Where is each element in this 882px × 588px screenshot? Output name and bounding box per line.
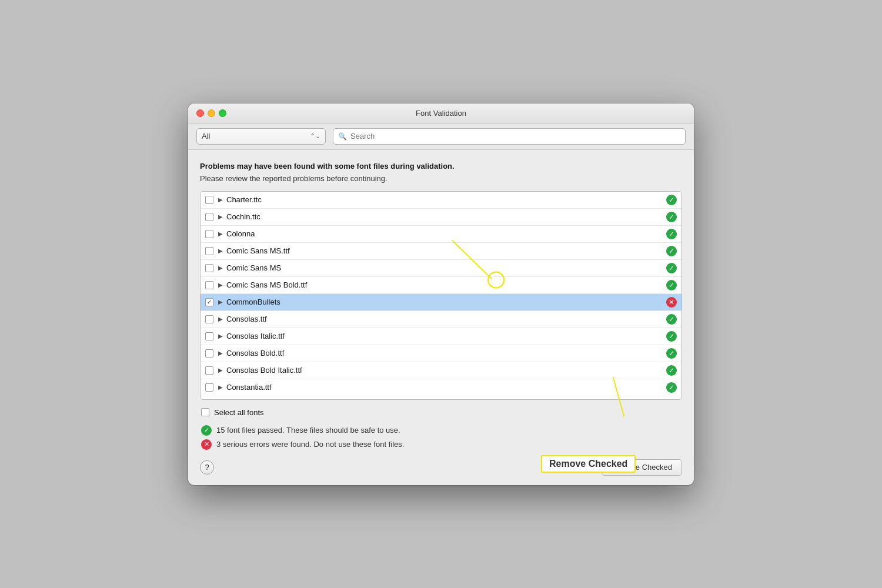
status-ok-icon: ✓ xyxy=(666,263,677,273)
status-ok-icon: ✓ xyxy=(666,382,677,393)
expand-arrow-icon: ▶ xyxy=(218,367,223,373)
status-ok-icon: ✓ xyxy=(666,365,677,376)
expand-arrow-icon: ▶ xyxy=(218,248,223,254)
font-list: ▶Charter.ttc✓▶Cochin.ttc✓▶Colonna✓▶Comic… xyxy=(200,191,682,400)
font-name-label: Comic Sans MS Bold.ttf xyxy=(226,280,666,289)
select-all-row: Select all fonts xyxy=(200,408,682,417)
font-list-row[interactable]: ▶Cochin.ttc✓ xyxy=(201,209,681,226)
font-name-label: Consolas Bold Italic.ttf xyxy=(226,366,666,375)
search-box: 🔍 xyxy=(333,128,686,145)
expand-arrow-icon: ▶ xyxy=(218,350,223,356)
font-name-label: Cochin.ttc xyxy=(226,212,666,221)
font-list-row[interactable]: ▶Constantia Italic.ttf✓ xyxy=(201,396,681,400)
annotation-remove-label: Remove Checked xyxy=(541,455,636,473)
status-ok-icon: ✓ xyxy=(666,246,677,256)
font-list-row[interactable]: ▶Constantia.ttf✓ xyxy=(201,379,681,396)
expand-arrow-icon: ▶ xyxy=(218,265,223,271)
traffic-lights xyxy=(196,109,226,117)
status-ok-icon: ✓ xyxy=(666,314,677,325)
font-name-label: CommonBullets xyxy=(226,298,666,306)
font-name-label: Consolas Italic.ttf xyxy=(226,332,666,340)
font-list-row[interactable]: ▶CommonBullets✕ xyxy=(201,294,681,311)
expand-arrow-icon: ▶ xyxy=(218,196,223,203)
status-ok-icon: ✓ xyxy=(666,399,677,400)
select-all-label: Select all fonts xyxy=(214,408,264,417)
font-name-label: Charter.ttc xyxy=(226,195,666,204)
select-all-checkbox[interactable] xyxy=(201,408,209,416)
expand-arrow-icon: ▶ xyxy=(218,384,223,390)
expand-arrow-icon: ▶ xyxy=(218,299,223,305)
font-checkbox[interactable] xyxy=(205,213,213,221)
summary-text: 3 serious errors were found. Do not use … xyxy=(216,440,404,449)
window-title: Font Validation xyxy=(416,109,466,118)
font-checkbox[interactable] xyxy=(205,281,213,289)
font-list-row[interactable]: ▶Comic Sans MS✓ xyxy=(201,260,681,277)
font-name-label: Constantia.ttf xyxy=(226,383,666,392)
font-name-label: Comic Sans MS.ttf xyxy=(226,246,666,255)
font-list-row[interactable]: ▶Consolas Bold Italic.ttf✓ xyxy=(201,362,681,379)
status-ok-icon: ✓ xyxy=(666,331,677,342)
font-checkbox[interactable] xyxy=(205,332,213,340)
status-ok-icon: ✓ xyxy=(666,348,677,359)
summary-rows: ✓15 font files passed. These files shoul… xyxy=(200,425,682,450)
expand-arrow-icon: ▶ xyxy=(218,333,223,339)
font-checkbox[interactable] xyxy=(205,196,213,204)
font-name-label: Comic Sans MS xyxy=(226,263,666,272)
font-list-row[interactable]: ▶Comic Sans MS Bold.ttf✓ xyxy=(201,277,681,294)
filter-value: All xyxy=(202,132,210,141)
help-button[interactable]: ? xyxy=(200,460,214,475)
font-checkbox[interactable] xyxy=(205,315,213,323)
font-checkbox[interactable] xyxy=(205,247,213,255)
expand-arrow-icon: ▶ xyxy=(218,213,223,220)
font-name-label: Consolas.ttf xyxy=(226,315,666,323)
warning-subtitle: Please review the reported problems befo… xyxy=(200,174,682,183)
summary-row: ✕3 serious errors were found. Do not use… xyxy=(200,439,682,450)
font-checkbox[interactable] xyxy=(205,366,213,375)
status-ok-icon: ✓ xyxy=(666,229,677,239)
expand-arrow-icon: ▶ xyxy=(218,230,223,237)
maximize-button[interactable] xyxy=(219,109,226,117)
font-list-row[interactable]: ▶Consolas Italic.ttf✓ xyxy=(201,328,681,345)
font-checkbox[interactable] xyxy=(205,349,213,358)
summary-error-icon: ✕ xyxy=(201,439,212,450)
font-name-label: Consolas Bold.ttf xyxy=(226,349,666,358)
font-list-row[interactable]: ▶Charter.ttc✓ xyxy=(201,192,681,209)
status-ok-icon: ✓ xyxy=(666,212,677,222)
summary-row: ✓15 font files passed. These files shoul… xyxy=(200,425,682,436)
font-list-row[interactable]: ▶Consolas.ttf✓ xyxy=(201,311,681,328)
search-input[interactable] xyxy=(350,132,680,141)
font-list-row[interactable]: ▶Consolas Bold.ttf✓ xyxy=(201,345,681,362)
filter-dropdown[interactable]: All ⌃⌄ xyxy=(196,128,326,145)
warning-title: Problems may have been found with some f… xyxy=(200,162,682,171)
summary-text: 15 font files passed. These files should… xyxy=(216,426,400,435)
status-ok-icon: ✓ xyxy=(666,280,677,290)
font-checkbox[interactable] xyxy=(205,230,213,238)
expand-arrow-icon: ▶ xyxy=(218,316,223,322)
toolbar: All ⌃⌄ 🔍 xyxy=(188,123,694,150)
expand-arrow-icon: ▶ xyxy=(218,282,223,288)
minimize-button[interactable] xyxy=(208,109,215,117)
status-ok-icon: ✓ xyxy=(666,195,677,205)
status-error-icon: ✕ xyxy=(666,297,677,308)
window-body: Problems may have been found with some f… xyxy=(188,150,694,485)
titlebar: Font Validation xyxy=(188,103,694,123)
font-list-row[interactable]: ▶Colonna✓ xyxy=(201,226,681,243)
search-icon: 🔍 xyxy=(338,132,347,141)
font-list-row[interactable]: ▶Comic Sans MS.ttf✓ xyxy=(201,243,681,260)
main-window: Font Validation All ⌃⌄ 🔍 Problems may ha… xyxy=(188,103,694,485)
font-checkbox[interactable] xyxy=(205,264,213,272)
font-name-label: Colonna xyxy=(226,229,666,238)
summary-ok-icon: ✓ xyxy=(201,425,212,436)
font-checkbox[interactable] xyxy=(205,383,213,392)
font-checkbox[interactable] xyxy=(205,298,213,306)
close-button[interactable] xyxy=(196,109,204,117)
chevron-down-icon: ⌃⌄ xyxy=(310,132,320,140)
